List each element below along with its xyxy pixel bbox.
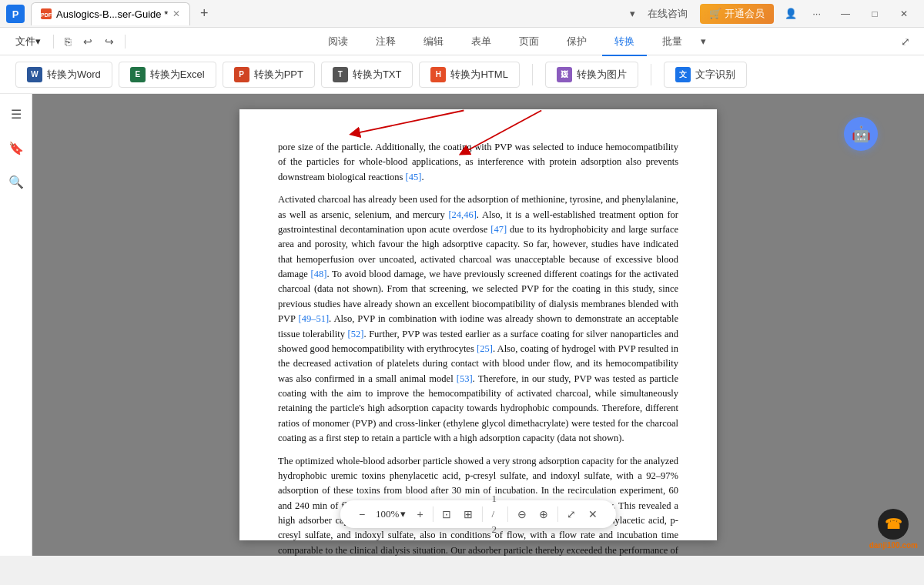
tab-edit[interactable]: 编辑: [411, 28, 456, 56]
html-icon: H: [430, 67, 446, 82]
sidebar-search-icon[interactable]: 🔍: [5, 171, 27, 192]
convert-img-label: 转换为图片: [577, 68, 627, 82]
tab-protect[interactable]: 保护: [554, 28, 599, 56]
bottom-toolbar: − 100% ▾ + ⊡ ⊞ 1 / 2 ⊖ ⊕ ⤢ ✕: [340, 500, 616, 528]
expand-icon[interactable]: ⤢: [896, 32, 915, 51]
fullscreen-button[interactable]: ⤢: [561, 505, 582, 523]
menu-file[interactable]: 文件▾: [9, 32, 47, 52]
titlebar-dropdown[interactable]: ▾: [630, 8, 635, 19]
active-tab[interactable]: PDF Auslogics-B...ser-Guide * ✕: [31, 2, 190, 25]
menubar: 文件▾ ⎘ ↩ ↪ 阅读 注释 编辑 表单 页面 保护 转换 批量 ▾ ⤢: [0, 28, 924, 55]
convert-sep-2: [651, 64, 651, 85]
consult-button[interactable]: 在线咨询: [641, 5, 694, 22]
zoom-level-selector[interactable]: 100% ▾: [371, 506, 410, 522]
vip-button[interactable]: 🛒 开通会员: [700, 4, 774, 24]
convert-toolbar: W 转换为Word E 转换为Excel P 转换为PPT T 转换为TXT H…: [0, 55, 924, 94]
convert-txt-label: 转换为TXT: [353, 68, 402, 82]
maximize-button[interactable]: □: [861, 3, 889, 25]
txt-icon: T: [333, 67, 348, 82]
zoom-out-button[interactable]: −: [353, 505, 371, 523]
close-toolbar-button[interactable]: ✕: [582, 505, 604, 523]
svg-text:P: P: [12, 8, 19, 20]
titlebar-right: ▾ 在线咨询 🛒 开通会员 👤 ··· — □ ✕: [630, 3, 918, 25]
watermark-logo: ☎: [878, 509, 909, 540]
word-icon: W: [27, 67, 42, 82]
menu-undo[interactable]: ↩: [79, 32, 97, 51]
tab-bar: PDF Auslogics-B...ser-Guide * ✕ +: [31, 2, 630, 25]
tab-form[interactable]: 表单: [459, 28, 504, 56]
tab-annotate[interactable]: 注释: [363, 28, 408, 56]
tab-title: Auslogics-B...ser-Guide *: [56, 8, 168, 20]
vip-icon: 🛒: [709, 8, 721, 19]
tab-read[interactable]: 阅读: [316, 28, 360, 56]
convert-html-label: 转换为HTML: [450, 68, 507, 82]
pdf-tab-icon: PDF: [41, 8, 52, 19]
next-page-button[interactable]: ⊕: [533, 505, 554, 523]
convert-word-label: 转换为Word: [47, 68, 101, 82]
new-tab-button[interactable]: +: [193, 3, 215, 25]
ppt-icon: P: [234, 67, 249, 82]
titlebar: P PDF Auslogics-B...ser-Guide * ✕ + ▾ 在线…: [0, 0, 924, 28]
menu-sep-2: [125, 35, 126, 48]
vip-label: 开通会员: [725, 7, 765, 21]
menu-copy[interactable]: ⎘: [60, 32, 75, 51]
svg-text:PDF: PDF: [41, 12, 52, 18]
zoom-level-value: 100%: [376, 506, 399, 522]
main-area: ☰ 🔖 🔍: [0, 94, 924, 556]
convert-excel-label: 转换为Excel: [150, 68, 205, 82]
svg-line-4: [354, 110, 464, 133]
fit-width-button[interactable]: ⊞: [457, 505, 479, 523]
minimize-button[interactable]: —: [832, 3, 859, 25]
page-info: 1 / 2: [485, 491, 504, 537]
chat-bubble-button[interactable]: 🤖: [844, 117, 878, 151]
sidebar-menu-icon[interactable]: ☰: [5, 103, 27, 125]
convert-txt-button[interactable]: T 转换为TXT: [321, 62, 413, 88]
menu-redo[interactable]: ↪: [100, 32, 119, 51]
watermark-text: danji100.com: [869, 541, 918, 550]
user-button[interactable]: 👤: [780, 6, 802, 21]
ocr-button[interactable]: 文 文字识别: [664, 62, 747, 88]
window-controls: — □ ✕: [832, 3, 918, 25]
watermark-icon: ☎: [885, 516, 902, 533]
ocr-icon: 文: [675, 67, 691, 82]
document-area: pore size of the particle. Additionally,…: [32, 94, 924, 556]
zoom-dropdown-icon: ▾: [400, 506, 406, 522]
tab-page[interactable]: 页面: [507, 28, 551, 56]
excel-icon: E: [130, 67, 146, 82]
doc-paragraph-1: pore size of the particle. Additionally,…: [278, 140, 678, 185]
close-button[interactable]: ✕: [890, 3, 918, 25]
left-sidebar: ☰ 🔖 🔍: [0, 94, 32, 556]
document-page: pore size of the particle. Additionally,…: [239, 109, 717, 540]
convert-word-button[interactable]: W 转换为Word: [15, 62, 112, 88]
watermark-area: ☎ danji100.com: [869, 509, 918, 550]
ocr-label: 文字识别: [695, 68, 735, 82]
convert-sep: [532, 64, 533, 85]
tab-close-button[interactable]: ✕: [172, 8, 180, 19]
sidebar-bookmark-icon[interactable]: 🔖: [5, 137, 27, 159]
ref-45: [45]: [406, 172, 422, 182]
prev-page-button[interactable]: ⊖: [511, 505, 533, 523]
tab-batch-dropdown[interactable]: ▾: [698, 29, 709, 53]
convert-img-button[interactable]: 🖼 转换为图片: [545, 62, 638, 88]
menu-sep-1: [53, 35, 54, 48]
zoom-in-button[interactable]: +: [410, 505, 429, 523]
app-logo: P: [6, 5, 25, 23]
doc-paragraph-2: Activated charcoal has already been used…: [278, 192, 678, 446]
img-icon: 🖼: [557, 67, 572, 82]
tab-batch[interactable]: 批量: [650, 28, 695, 56]
more-button[interactable]: ···: [808, 6, 825, 21]
convert-excel-button[interactable]: E 转换为Excel: [119, 62, 216, 88]
fit-page-button[interactable]: ⊡: [436, 505, 457, 523]
tab-convert[interactable]: 转换: [602, 28, 647, 56]
convert-html-button[interactable]: H 转换为HTML: [419, 62, 519, 88]
chat-bubble-container: 🤖: [844, 117, 878, 151]
convert-ppt-label: 转换为PPT: [254, 68, 303, 82]
convert-ppt-button[interactable]: P 转换为PPT: [223, 62, 315, 88]
